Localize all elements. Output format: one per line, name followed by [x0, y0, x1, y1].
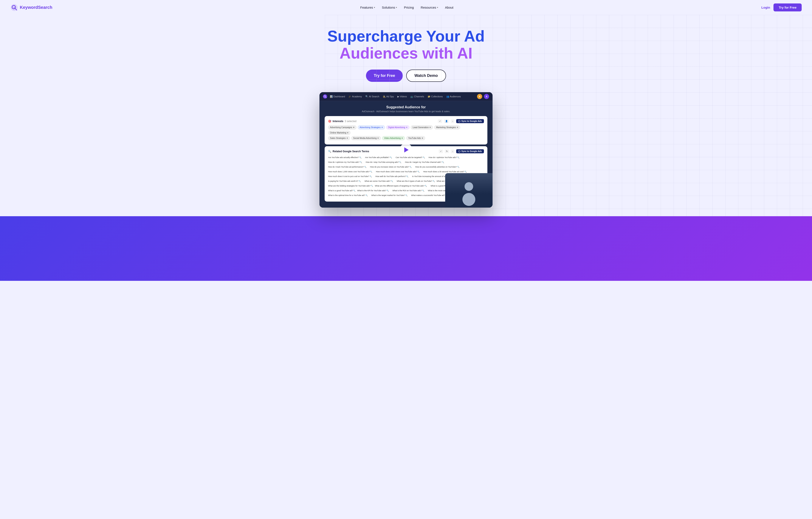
- interests-card: 🎯 Interests 3 selected ✓ 👤 ↓ Sync to Goo…: [325, 116, 487, 144]
- search-term-1[interactable]: Are YouTube ads actually effective? 🔍: [328, 155, 361, 160]
- related-card-actions: ✓ ↻ ↓ Sync to Google Ads: [439, 149, 484, 153]
- tag-social-media-advertising[interactable]: Social Media Advertising ✕: [351, 136, 381, 140]
- search-term-6[interactable]: How do I stop YouTube annoying ads? 🔍: [366, 160, 402, 164]
- nav-resources[interactable]: Resources ▾: [420, 6, 438, 9]
- interests-tags-row-2: Sales Strategies ✕ Social Media Advertis…: [328, 136, 484, 140]
- search-term-2[interactable]: Are YouTube ads profitable? 🔍: [365, 155, 392, 160]
- nav-about[interactable]: About: [445, 6, 453, 9]
- search-term-15[interactable]: How well do YouTube ads perform? 🔍: [375, 174, 409, 178]
- search-term-12[interactable]: How much does 1000 views cost YouTube ad…: [376, 170, 419, 174]
- interests-card-actions: ✓ 👤 ↓ Sync to Google Ads: [438, 119, 484, 123]
- search-term-32[interactable]: Which YouTube ads are most effective? 🔍: [377, 198, 413, 199]
- svg-line-5: [325, 97, 326, 98]
- interests-card-header: 🎯 Interests 3 selected ✓ 👤 ↓ Sync to Goo…: [328, 119, 484, 123]
- search-term-33[interactable]: YouTube Ads Best Practices 🔍: [417, 198, 444, 199]
- nav-actions: Login Try for Free: [761, 3, 802, 11]
- interests-download-btn[interactable]: ↓: [451, 119, 455, 123]
- navbar: KeywordSearch Features ▾ Solutions ▾ Pri…: [0, 0, 812, 15]
- search-term-11[interactable]: How much does 1,000 views cost YouTube a…: [328, 170, 372, 174]
- app-logo-icon: [323, 94, 327, 98]
- nav-pricing[interactable]: Pricing: [404, 6, 414, 9]
- app-nav-links: 📊 Dashboard 🎓 Academy 🔍 AI Search 🕵 Ad S…: [330, 95, 474, 98]
- search-term-26[interactable]: What is the ROI on YouTube ads? 🔍: [393, 189, 424, 193]
- try-free-hero-button[interactable]: Try for Free: [366, 69, 403, 82]
- app-page-title: Suggested Audience for: [325, 105, 487, 109]
- svg-point-8: [465, 182, 473, 191]
- tag-video-advertising[interactable]: Video Advertising ✕: [382, 136, 405, 140]
- person-silhouette: [460, 180, 477, 206]
- logo[interactable]: KeywordSearch: [10, 4, 52, 11]
- interests-tags-row-1: Advertising Campaigns ✕ Advertising Stra…: [328, 125, 484, 135]
- svg-point-9: [462, 193, 475, 206]
- search-term-18[interactable]: What are some YouTube ads? 🔍: [365, 179, 393, 183]
- watch-demo-button[interactable]: Watch Demo: [406, 69, 446, 82]
- search-term-10[interactable]: How do you successfully advertise on You…: [415, 165, 459, 169]
- svg-marker-7: [459, 150, 459, 151]
- video-person: [445, 173, 493, 208]
- hero-section: Supercharge Your Ad Audiences with AI Tr…: [0, 15, 812, 216]
- tag-advertising-campaigns[interactable]: Advertising Campaigns ✕: [328, 125, 356, 129]
- search-term-22[interactable]: What are the different types of targetin…: [375, 184, 427, 188]
- related-sync-button[interactable]: Sync to Google Ads: [456, 149, 484, 153]
- app-nav-right: A A: [477, 94, 489, 99]
- interests-person-btn[interactable]: 👤: [444, 119, 449, 123]
- search-term-25[interactable]: What is the KPI for YouTube ads? 🔍: [357, 189, 389, 193]
- tag-marketing-strategies[interactable]: Marketing Strategies ✕: [434, 125, 460, 129]
- search-term-30[interactable]: What makes a successful YouTube ad? 🔍: [411, 193, 447, 197]
- related-refresh-btn[interactable]: ↻: [445, 149, 449, 153]
- hero-headline: Supercharge Your Ad Audiences with AI: [320, 28, 492, 62]
- app-avatar-2: A: [484, 94, 489, 99]
- interests-sync-button[interactable]: Sync to Google Ads: [456, 119, 484, 123]
- hero-buttons: Try for Free Watch Demo: [10, 69, 802, 82]
- app-nav-ai-search[interactable]: 🔍 AI Search: [365, 95, 379, 98]
- search-term-28[interactable]: What is the optimal time for a YouTube a…: [328, 193, 368, 197]
- play-triangle-icon: [404, 147, 409, 152]
- app-screenshot-wrapper: 📊 Dashboard 🎓 Academy 🔍 AI Search 🕵 Ad S…: [309, 92, 503, 208]
- search-term-8[interactable]: How do I track YouTube ad performance? 🔍: [328, 165, 367, 169]
- tag-sales-strategies[interactable]: Sales Strategies ✕: [328, 136, 350, 140]
- app-page-subtitle: AdOutreach · AdOutreach helps businesses…: [325, 110, 487, 113]
- search-term-19[interactable]: What are the 6 types of ads on YouTube? …: [397, 179, 435, 183]
- tag-advertising-strategies[interactable]: Advertising Strategies ✕: [358, 125, 385, 129]
- play-button[interactable]: [400, 143, 412, 156]
- search-term-21[interactable]: What are the bidding strategies for YouT…: [328, 184, 373, 188]
- tag-youtube-ads[interactable]: YouTube Ads ✕: [406, 136, 425, 140]
- search-term-9[interactable]: How do you increase views on YouTube ads…: [370, 165, 412, 169]
- video-thumbnail: [445, 173, 493, 208]
- app-screenshot: 📊 Dashboard 🎓 Academy 🔍 AI Search 🕵 Ad S…: [319, 92, 493, 208]
- search-term-4[interactable]: How do I optimize YouTube ads? 🔍: [429, 155, 459, 160]
- try-free-nav-button[interactable]: Try for Free: [774, 3, 802, 11]
- app-nav-channels[interactable]: 📺 Channels: [410, 95, 424, 98]
- search-term-14[interactable]: How much does it cost to put a ad on You…: [328, 174, 372, 178]
- search-term-31[interactable]: What type of ads are most effective on Y…: [328, 198, 373, 199]
- related-download-btn[interactable]: ↓: [451, 149, 455, 153]
- app-nav-videos[interactable]: ▶ Videos: [397, 95, 407, 98]
- app-navbar: 📊 Dashboard 🎓 Academy 🔍 AI Search 🕵 Ad S…: [319, 92, 493, 101]
- tag-online-marketing[interactable]: Online Marketing ✕: [328, 131, 350, 135]
- tag-digital-advertising[interactable]: Digital Advertising ✕: [386, 125, 409, 129]
- interests-title: 🎯 Interests 3 selected: [328, 120, 356, 123]
- nav-features[interactable]: Features ▾: [360, 6, 375, 9]
- interests-check-btn[interactable]: ✓: [438, 119, 442, 123]
- related-title: 🔍 Related Google Search Terms: [328, 150, 369, 153]
- gradient-section: [0, 216, 812, 281]
- app-avatar-1: A: [477, 94, 482, 99]
- login-button[interactable]: Login: [761, 6, 770, 9]
- app-nav-collections[interactable]: 📁 Collections: [428, 95, 443, 98]
- search-term-3[interactable]: Can YouTube ads be targeted? 🔍: [396, 155, 425, 160]
- tag-lead-generation[interactable]: Lead Generation ✕: [411, 125, 433, 129]
- nav-solutions[interactable]: Solutions ▾: [382, 6, 397, 9]
- search-term-24[interactable]: What is a good YouTube ad? 🔍: [328, 189, 355, 193]
- search-term-5[interactable]: How do I optimize my YouTube ads? 🔍: [328, 160, 362, 164]
- app-nav-dashboard[interactable]: 📊 Dashboard: [330, 95, 345, 98]
- svg-marker-6: [459, 120, 459, 121]
- logo-text: KeywordSearch: [20, 5, 52, 10]
- related-check-btn[interactable]: ✓: [439, 149, 443, 153]
- app-nav-academy[interactable]: 🎓 Academy: [349, 95, 362, 98]
- app-nav-audiences[interactable]: 👥 Audiences: [446, 95, 461, 98]
- search-term-7[interactable]: How do I target my YouTube channel ads? …: [405, 160, 444, 164]
- search-term-29[interactable]: What is the target market for YouTube? 🔍: [371, 193, 407, 197]
- app-nav-ad-spy[interactable]: 🕵 Ad Spy: [383, 95, 394, 98]
- logo-icon: [10, 4, 18, 11]
- search-term-17[interactable]: Is paying for YouTube ads worth it? 🔍: [328, 179, 361, 183]
